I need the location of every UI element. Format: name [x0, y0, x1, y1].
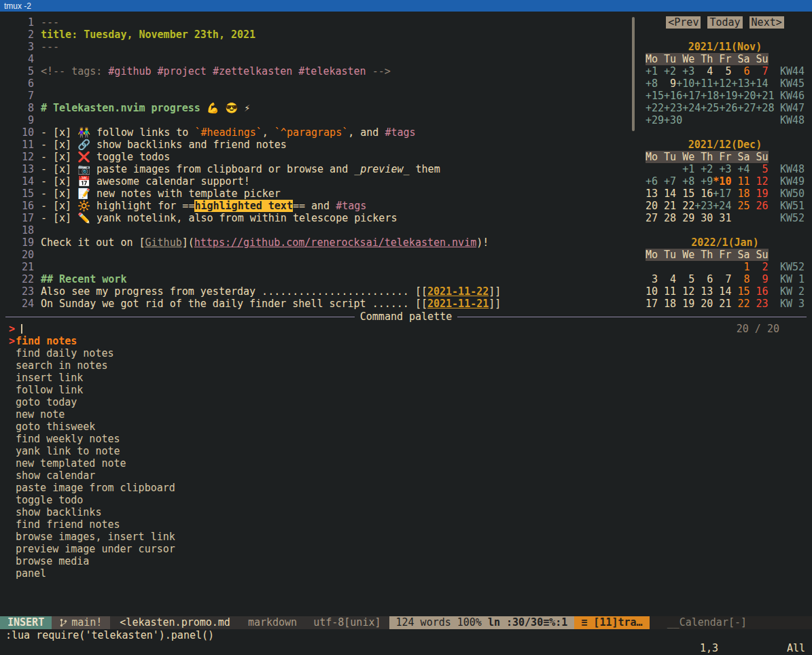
editor-line: 21 [5, 261, 643, 273]
line-text[interactable]: - [x] ✏️ yank notelink, also from within… [41, 212, 397, 224]
calendar-days[interactable]: 13 14 15 16+17 18 19 [646, 188, 774, 200]
calendar-days[interactable]: 17 18 19 20 21 22 23 [646, 298, 774, 310]
calendar-days[interactable]: +1 +2 +3 4 5 6 7 [646, 65, 774, 77]
line-text[interactable]: title: Tuesday, November 23th, 2021 [41, 29, 255, 41]
selection-caret [0, 421, 16, 433]
calendar-days[interactable]: 27 28 29 30 31 [646, 212, 774, 224]
palette-item[interactable]: browse images, insert link [0, 531, 812, 543]
editor-line: 12- [x] ❌ toggle todos [5, 151, 643, 163]
selection-caret [0, 384, 16, 396]
statusline-left: INSERT main! <lekasten.promo.md markdown… [0, 616, 650, 629]
calendar-days[interactable]: +15+16+17+18+19+20+21 [646, 90, 774, 102]
calendar-week-row: +1 +2 +3 +4 5KW48 [646, 163, 812, 175]
tmux-title: tmux -2 [4, 0, 31, 12]
palette-item-label: yank link to note [16, 445, 120, 457]
palette-item[interactable]: new note [0, 408, 812, 421]
calendar-nav-next-button[interactable]: Next> [749, 16, 784, 29]
palette-item[interactable]: >find notes [0, 335, 812, 347]
line-number: 21 [5, 261, 34, 273]
mode-indicator: INSERT [0, 616, 52, 629]
palette-item[interactable]: goto today [0, 396, 812, 408]
calendar-days[interactable]: 20 21 22+23+24 25 26 [646, 200, 774, 212]
selection-caret [0, 567, 16, 580]
palette-item[interactable]: show backlinks [0, 506, 812, 518]
calendar-week-row: +1 +2 +3 4 5 6 7KW44 [646, 65, 812, 77]
editor-scrollbar[interactable] [632, 17, 635, 131]
palette-item[interactable]: paste image from clipboard [0, 482, 812, 494]
calendar-days[interactable]: 1 2 [646, 261, 774, 273]
calendar-days[interactable]: +22+23+24+25+26+27+28 [646, 102, 774, 114]
palette-item-label: search in notes [16, 359, 107, 372]
palette-item-label: show calendar [16, 470, 95, 482]
palette-item[interactable]: search in notes [0, 359, 812, 372]
line-text[interactable]: - [x] 🔆 highlight for ==highlighted text… [41, 200, 366, 212]
line-text[interactable]: # Telekasten.nvim progress 💪 😎 ⚡ [41, 102, 250, 114]
calendar-months: 2021/11(Nov)Mo Tu We Th Fr Sa Su+1 +2 +3… [646, 41, 812, 310]
line-text[interactable]: ## Recent work [41, 273, 126, 285]
line-text[interactable]: --- [41, 41, 59, 53]
line-number: 24 [5, 298, 34, 310]
line-text[interactable]: Also see my progress from yesterday ....… [41, 285, 501, 298]
git-branch-label: main! [71, 616, 102, 629]
editor-line: 19Check it out on [Github](https://githu… [5, 236, 643, 249]
palette-prompt[interactable]: > 20 / 20 [0, 323, 812, 335]
selection-caret [0, 433, 16, 445]
calendar-days[interactable]: 10 11 12 13 14 15 16 [646, 285, 774, 298]
word-count: 124 words [396, 616, 451, 629]
palette-item[interactable]: yank link to note [0, 445, 812, 457]
calendar-days[interactable]: +6 +7 +8 +9*10 11 12 [646, 175, 774, 188]
command-line[interactable]: :lua require('telekasten').panel() [0, 629, 812, 642]
line-text[interactable]: On Sunday we got rid of the daily finder… [41, 298, 501, 310]
line-text[interactable]: --- [41, 16, 59, 29]
calendar-days[interactable]: +1 +2 +3 +4 5 [646, 163, 774, 175]
calendar-week-number: KW52 [780, 261, 805, 273]
palette-item[interactable]: find weekly notes [0, 433, 812, 445]
palette-items: >find notesfind daily notessearch in not… [0, 335, 812, 580]
line-text[interactable]: - [x] 👫 follow links to `#headings`, `^p… [41, 126, 416, 139]
palette-item[interactable]: toggle todo [0, 494, 812, 506]
calendar-window-label: __Calendar[-] [659, 616, 755, 629]
line-text[interactable]: - [x] 🔗 show backlinks and friend notes [41, 139, 287, 151]
line-number: 10 [5, 126, 34, 139]
encoding: utf-8[unix] [305, 616, 389, 629]
palette-item[interactable]: find daily notes [0, 347, 812, 359]
editor-line: 5<!-- tags: #github #project #zettelkast… [5, 65, 643, 77]
palette-item[interactable]: browse media [0, 555, 812, 567]
line-text[interactable]: Check it out on [Github](https://github.… [41, 236, 489, 249]
selection-caret [0, 457, 16, 470]
calendar-week-row: +29+30KW48 [646, 114, 812, 126]
selection-caret [0, 470, 16, 482]
calendar-days[interactable]: 3 4 5 6 7 8 9 [646, 273, 774, 285]
line-number: 4 [5, 53, 34, 65]
line-text[interactable]: <!-- tags: #github #project #zettelkaste… [41, 65, 391, 77]
calendar-week-row: +15+16+17+18+19+20+21KW46 [646, 90, 812, 102]
palette-item[interactable]: follow link [0, 384, 812, 396]
neovim-window: 1---2title: Tuesday, November 23th, 2021… [0, 12, 812, 655]
selection-caret [0, 506, 16, 518]
palette-item-label: panel [16, 567, 46, 580]
selection-caret [0, 372, 16, 384]
editor-line: 1--- [5, 16, 643, 29]
calendar-week-number: KW48 [780, 163, 805, 175]
palette-item[interactable]: goto thisweek [0, 421, 812, 433]
line-text[interactable]: - [x] ❌ toggle todos [41, 151, 170, 163]
line-text[interactable]: - [x] 📷 paste images from clipboard or b… [41, 163, 440, 175]
palette-item[interactable]: preview image under cursor [0, 543, 812, 555]
line-text[interactable]: - [x] 📝 new notes with template picker [41, 188, 281, 200]
line-number: 14 [5, 175, 34, 188]
palette-item[interactable]: new templated note [0, 457, 812, 470]
calendar-days[interactable]: +29+30 [646, 114, 774, 126]
calendar-week-number: KW47 [780, 102, 805, 114]
calendar-nav-today-button[interactable]: Today [707, 16, 742, 29]
editor-pane[interactable]: 1---2title: Tuesday, November 23th, 2021… [0, 12, 643, 311]
palette-item[interactable]: panel [0, 567, 812, 580]
calendar-days[interactable]: +8 9+10+11+12+13+14 [646, 77, 774, 90]
tab-indicator[interactable]: ≡ [11]tra… [574, 616, 649, 629]
line-text[interactable]: - [x] 📅 awesome calendar support! [41, 175, 250, 188]
calendar-nav-prev-button[interactable]: <Prev [666, 16, 701, 29]
palette-item[interactable]: find friend notes [0, 518, 812, 531]
palette-item[interactable]: show calendar [0, 470, 812, 482]
calendar-week-number: KW45 [780, 77, 805, 90]
palette-item[interactable]: insert link [0, 372, 812, 384]
selection-caret [0, 531, 16, 543]
